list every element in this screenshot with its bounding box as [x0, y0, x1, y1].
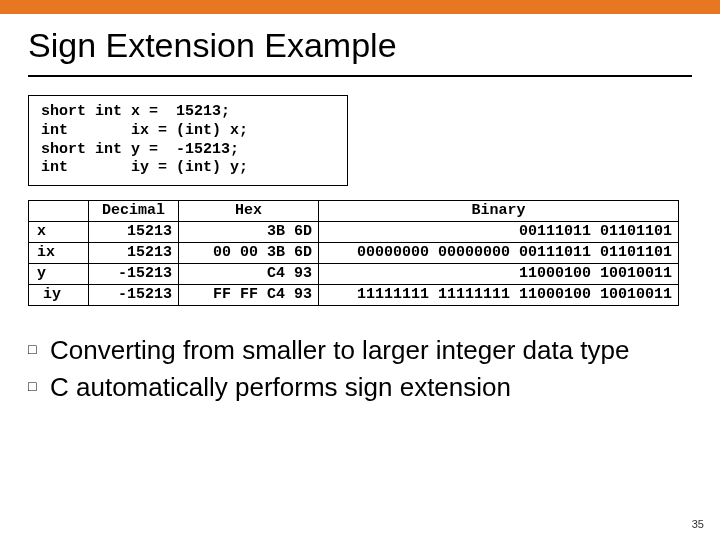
- header-binary: Binary: [319, 201, 679, 222]
- table-row: ix 15213 00 00 3B 6D 00000000 00000000 0…: [29, 243, 679, 264]
- cell-bin: 00111011 01101101: [319, 222, 679, 243]
- cell-dec: 15213: [89, 243, 179, 264]
- cell-var: x: [29, 222, 89, 243]
- code-block: short int x = 15213; int ix = (int) x; s…: [28, 95, 348, 186]
- slide-content: Sign Extension Example short int x = 152…: [0, 14, 720, 403]
- bullet-text: Converting from smaller to larger intege…: [50, 334, 692, 367]
- cell-dec: 15213: [89, 222, 179, 243]
- cell-var: y: [29, 264, 89, 285]
- cell-var: iy: [29, 285, 89, 306]
- header-blank: [29, 201, 89, 222]
- header-hex: Hex: [179, 201, 319, 222]
- cell-hex: FF FF C4 93: [179, 285, 319, 306]
- cell-dec: -15213: [89, 285, 179, 306]
- cell-var: ix: [29, 243, 89, 264]
- list-item: □ Converting from smaller to larger inte…: [28, 334, 692, 367]
- table-row: iy -15213 FF FF C4 93 11111111 11111111 …: [29, 285, 679, 306]
- cell-hex: C4 93: [179, 264, 319, 285]
- divider: [28, 75, 692, 77]
- cell-hex: 3B 6D: [179, 222, 319, 243]
- sign-extension-table: Decimal Hex Binary x 15213 3B 6D 0011101…: [28, 200, 679, 306]
- bullet-icon: □: [28, 371, 50, 404]
- cell-dec: -15213: [89, 264, 179, 285]
- bullet-icon: □: [28, 334, 50, 367]
- bullet-text: C automatically performs sign extension: [50, 371, 692, 404]
- slide-title: Sign Extension Example: [28, 26, 692, 65]
- bullet-list: □ Converting from smaller to larger inte…: [28, 334, 692, 403]
- cell-bin: 11000100 10010011: [319, 264, 679, 285]
- table-row: y -15213 C4 93 11000100 10010011: [29, 264, 679, 285]
- cell-bin: 11111111 11111111 11000100 10010011: [319, 285, 679, 306]
- page-number: 35: [692, 518, 704, 530]
- table-row: x 15213 3B 6D 00111011 01101101: [29, 222, 679, 243]
- accent-bar: [0, 0, 720, 14]
- cell-hex: 00 00 3B 6D: [179, 243, 319, 264]
- cell-bin: 00000000 00000000 00111011 01101101: [319, 243, 679, 264]
- table-header-row: Decimal Hex Binary: [29, 201, 679, 222]
- header-decimal: Decimal: [89, 201, 179, 222]
- list-item: □ C automatically performs sign extensio…: [28, 371, 692, 404]
